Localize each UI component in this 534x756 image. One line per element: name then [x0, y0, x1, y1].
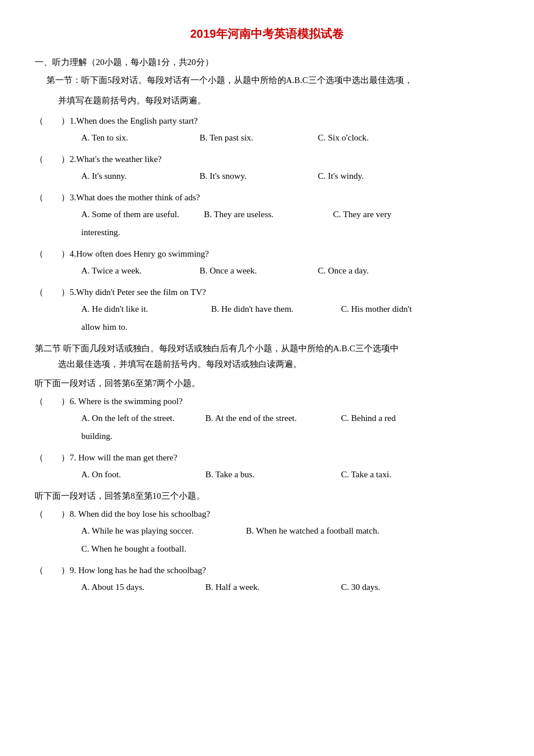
q2-options: A. It's sunny. B. It's snowy. C. It's wi… [81, 168, 499, 184]
q6-option-c: C. Behind a red [341, 413, 396, 423]
q3-options: A. Some of them are useful. B. They are … [81, 207, 499, 222]
q8-text: 8. When did the boy lose his schoolbag? [70, 506, 499, 522]
q2-option-a: A. It's sunny. [81, 168, 197, 184]
q7-bracket: （ ） [35, 450, 70, 466]
q5-options: A. He didn't like it. B. He didn't have … [81, 301, 499, 317]
q1-bracket: （ ） [35, 113, 70, 129]
q6-text: 6. Where is the swimming pool? [70, 394, 499, 409]
subsection1-instruction-line2: 并填写在题前括号内。每段对话两遍。 [58, 93, 499, 109]
q5-option-c: C. His mother didn't [341, 304, 412, 314]
q6-option-b: B. At the end of the street. [205, 411, 339, 426]
q8-option-b: B. When he watched a football match. [246, 526, 380, 535]
page-title: 2019年河南中考英语模拟试卷 [35, 23, 499, 44]
question-9: （ ） 9. How long has he had the schoolbag… [35, 563, 499, 595]
question-4: （ ） 4.How often does Henry go swimming? … [35, 246, 499, 279]
q9-bracket: （ ） [35, 563, 70, 578]
q8-options: A. While he was playing soccer. B. When … [81, 523, 499, 539]
question-5: （ ） 5.Why didn't Peter see the film on T… [35, 285, 499, 335]
q5-bracket: （ ） [35, 285, 70, 300]
q2-text: 2.What's the weather like? [70, 152, 499, 167]
q9-options: A. About 15 days. B. Half a week. C. 30 … [81, 579, 499, 595]
q3-option-c2: interesting. [81, 225, 499, 240]
q6-bracket: （ ） [35, 394, 70, 409]
q4-option-a: A. Twice a week. [81, 263, 197, 279]
q4-text: 4.How often does Henry go swimming? [70, 246, 499, 262]
q1-option-b: B. Ten past six. [200, 130, 316, 146]
q2-option-c: C. It's windy. [318, 168, 364, 184]
question-3: （ ） 3.What does the mother think of ads?… [35, 190, 499, 240]
q5-text: 5.Why didn't Peter see the film on TV? [70, 285, 499, 300]
q4-options: A. Twice a week. B. Once a week. C. Once… [81, 263, 499, 279]
q9-option-a: A. About 15 days. [81, 579, 203, 595]
listen-block1-intro: 听下面一段对话，回答第6至第7两个小题。 [35, 376, 499, 391]
q3-option-a: A. Some of them are useful. [81, 207, 197, 222]
q8-bracket: （ ） [35, 506, 70, 522]
q7-option-a: A. On foot. [81, 467, 203, 483]
q6-options: A. On the left of the street. B. At the … [81, 411, 499, 426]
q3-text: 3.What does the mother think of ads? [70, 190, 499, 206]
question-7: （ ） 7. How will the man get there? A. On… [35, 450, 499, 483]
q6-option-a: A. On the left of the street. [81, 411, 203, 426]
q6-option-c2: building. [81, 429, 499, 444]
listen-block2-intro: 听下面一段对话，回答第8至第10三个小题。 [35, 488, 499, 504]
q2-option-b: B. It's snowy. [200, 168, 316, 184]
q5-option-a: A. He didn't like it. [81, 301, 209, 317]
section1-header: 一、听力理解（20小题，每小题1分，共20分） [35, 55, 499, 70]
q5-option-b: B. He didn't have them. [211, 301, 339, 317]
q7-option-b: B. Take a bus. [205, 467, 339, 483]
q1-option-c: C. Six o'clock. [318, 130, 369, 146]
question-2: （ ） 2.What's the weather like? A. It's s… [35, 152, 499, 184]
q4-option-b: B. Once a week. [200, 263, 316, 279]
q9-text: 9. How long has he had the schoolbag? [70, 563, 499, 578]
q8-option-a: A. While he was playing soccer. [81, 523, 244, 539]
q9-option-c: C. 30 days. [341, 582, 381, 592]
q1-options: A. Ten to six. B. Ten past six. C. Six o… [81, 130, 499, 146]
subsection2-line2: 选出最佳选项，并填写在题前括号内。每段对话或独白读两遍。 [58, 357, 499, 372]
q7-option-c: C. Take a taxi. [341, 470, 392, 479]
question-6: （ ） 6. Where is the swimming pool? A. On… [35, 394, 499, 444]
q2-bracket: （ ） [35, 152, 70, 167]
q9-option-b: B. Half a week. [205, 579, 339, 595]
subsection2-header: 第二节 听下面几段对话或独白。每段对话或独白后有几个小题，从题中所给的A.B.C… [35, 341, 499, 372]
q1-option-a: A. Ten to six. [81, 130, 197, 146]
q4-option-c: C. Once a day. [318, 263, 369, 279]
q7-options: A. On foot. B. Take a bus. C. Take a tax… [81, 467, 499, 483]
q5-option-c2: allow him to. [81, 319, 499, 335]
q7-text: 7. How will the man get there? [70, 450, 499, 466]
q4-bracket: （ ） [35, 246, 70, 262]
q3-bracket: （ ） [35, 190, 70, 206]
subsection1-instruction-line1: 第一节：听下面5段对话。每段对话有一个小题，从题中所给的A.B.C三个选项中选出… [46, 73, 499, 88]
question-8: （ ） 8. When did the boy lose his schoolb… [35, 506, 499, 557]
q3-option-c: C. They are very [333, 207, 392, 222]
q3-option-b: B. They are useless. [204, 207, 320, 222]
question-1: （ ） 1.When does the English party start?… [35, 113, 499, 146]
q1-text: 1.When does the English party start? [70, 113, 499, 129]
subsection2-line1: 第二节 听下面几段对话或独白。每段对话或独白后有几个小题，从题中所给的A.B.C… [35, 341, 499, 357]
q8-option-c: C. When he bought a football. [81, 541, 499, 557]
